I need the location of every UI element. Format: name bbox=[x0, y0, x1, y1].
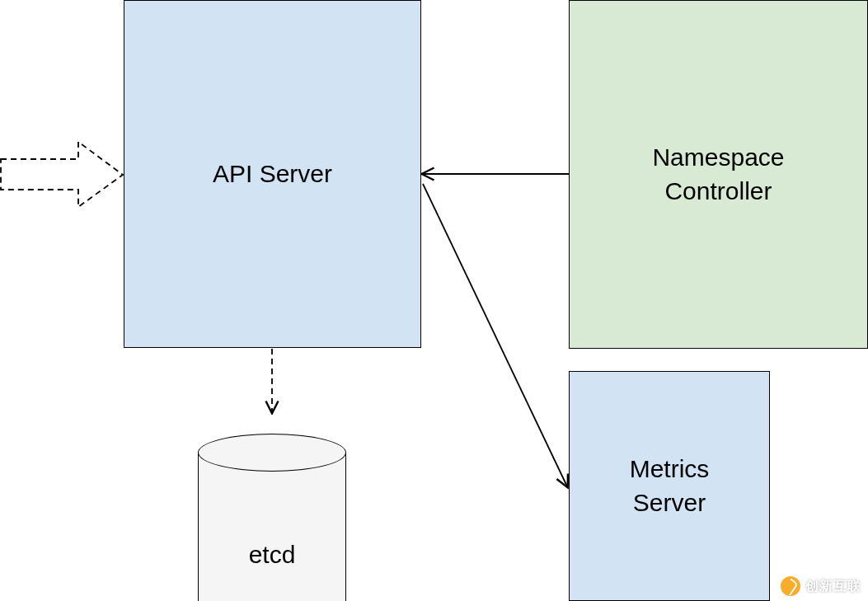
api-server-node: API Server bbox=[124, 0, 421, 348]
etcd-node: etcd bbox=[198, 434, 346, 601]
metrics-server-node: Metrics Server bbox=[569, 371, 770, 601]
cylinder-top bbox=[198, 434, 346, 472]
namespace-controller-node: Namespace Controller bbox=[569, 0, 868, 349]
namespace-controller-label: Namespace Controller bbox=[652, 141, 784, 208]
watermark-icon bbox=[781, 576, 800, 596]
etcd-label: etcd bbox=[198, 541, 346, 569]
cylinder-body bbox=[198, 453, 346, 601]
watermark-text: 创新互联 bbox=[805, 578, 861, 595]
cylinder-bottom bbox=[198, 584, 346, 601]
api-server-label: API Server bbox=[213, 157, 332, 191]
watermark: 创新互联 bbox=[781, 576, 861, 596]
edge-api-to-metrics bbox=[423, 184, 567, 486]
external-input-arrow bbox=[1, 142, 123, 207]
metrics-server-label: Metrics Server bbox=[630, 453, 710, 519]
